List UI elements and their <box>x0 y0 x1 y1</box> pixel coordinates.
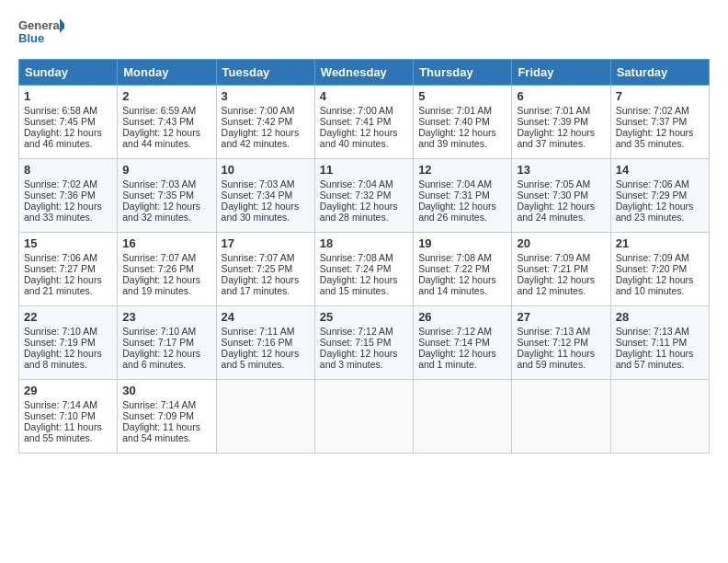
day-info: Sunrise: 7:08 AM <box>418 252 506 263</box>
day-info: Daylight: 12 hours <box>616 127 704 138</box>
day-info: Sunrise: 7:13 AM <box>616 326 704 337</box>
day-info: Sunrise: 7:10 AM <box>122 326 210 337</box>
calendar-cell: 13Sunrise: 7:05 AMSunset: 7:30 PMDayligh… <box>512 159 610 233</box>
day-info: and 12 minutes. <box>517 285 605 296</box>
day-info: Sunset: 7:29 PM <box>616 190 704 201</box>
day-info: Sunrise: 7:03 AM <box>122 178 210 190</box>
day-info: Sunset: 7:30 PM <box>517 190 605 201</box>
calendar-cell: 4Sunrise: 7:00 AMSunset: 7:41 PMDaylight… <box>314 86 413 159</box>
calendar-cell <box>216 380 314 454</box>
day-info: Daylight: 11 hours <box>24 421 112 432</box>
day-info: Daylight: 12 hours <box>517 127 605 138</box>
day-info: Sunset: 7:12 PM <box>517 337 605 348</box>
day-info: Sunset: 7:21 PM <box>517 263 605 274</box>
day-info: Daylight: 12 hours <box>222 274 310 285</box>
calendar-cell: 15Sunrise: 7:06 AMSunset: 7:27 PMDayligh… <box>19 233 118 306</box>
calendar-day-header-monday: Monday <box>118 60 216 86</box>
day-info: Sunset: 7:09 PM <box>122 410 210 421</box>
day-number: 18 <box>320 236 408 250</box>
day-info: and 21 minutes. <box>24 285 112 296</box>
day-info: Sunrise: 7:08 AM <box>320 252 408 263</box>
day-info: Daylight: 12 hours <box>222 348 310 359</box>
day-info: Sunset: 7:15 PM <box>320 337 408 348</box>
day-number: 17 <box>222 236 310 250</box>
logo: General Blue <box>18 15 64 50</box>
calendar-cell: 18Sunrise: 7:08 AMSunset: 7:24 PMDayligh… <box>314 233 413 306</box>
calendar-cell: 28Sunrise: 7:13 AMSunset: 7:11 PMDayligh… <box>610 306 709 380</box>
calendar-day-header-wednesday: Wednesday <box>314 60 413 86</box>
day-number: 1 <box>24 89 112 103</box>
day-info: Sunrise: 7:02 AM <box>24 178 112 190</box>
calendar-cell: 7Sunrise: 7:02 AMSunset: 7:37 PMDaylight… <box>610 86 709 159</box>
logo-svg: General Blue <box>18 15 64 50</box>
calendar-cell: 12Sunrise: 7:04 AMSunset: 7:31 PMDayligh… <box>414 159 512 233</box>
day-info: and 40 minutes. <box>320 138 408 149</box>
day-info: Sunrise: 6:59 AM <box>122 105 210 116</box>
day-info: Daylight: 12 hours <box>418 127 506 138</box>
day-number: 22 <box>24 310 112 324</box>
day-number: 19 <box>418 236 506 250</box>
day-info: Sunrise: 7:10 AM <box>24 326 112 337</box>
day-info: Sunrise: 7:00 AM <box>222 105 310 116</box>
day-info: Daylight: 12 hours <box>517 274 605 285</box>
day-number: 8 <box>24 163 112 177</box>
day-info: Daylight: 12 hours <box>517 201 605 212</box>
day-info: Daylight: 12 hours <box>122 127 210 138</box>
calendar-cell: 1Sunrise: 6:58 AMSunset: 7:45 PMDaylight… <box>19 86 118 159</box>
calendar-cell: 29Sunrise: 7:14 AMSunset: 7:10 PMDayligh… <box>19 380 118 454</box>
day-info: and 44 minutes. <box>122 138 210 149</box>
day-info: Sunset: 7:31 PM <box>418 190 506 201</box>
day-info: and 19 minutes. <box>122 285 210 296</box>
calendar-cell <box>414 380 512 454</box>
day-info: and 32 minutes. <box>122 212 210 223</box>
day-info: Sunrise: 7:05 AM <box>517 178 605 190</box>
calendar-cell: 25Sunrise: 7:12 AMSunset: 7:15 PMDayligh… <box>314 306 413 380</box>
day-number: 24 <box>222 310 310 324</box>
day-info: Sunrise: 7:03 AM <box>222 178 310 190</box>
svg-text:Blue: Blue <box>18 31 44 45</box>
calendar-cell: 27Sunrise: 7:13 AMSunset: 7:12 PMDayligh… <box>512 306 610 380</box>
day-info: Daylight: 12 hours <box>24 274 112 285</box>
day-number: 5 <box>418 89 506 103</box>
day-number: 14 <box>616 163 704 177</box>
day-info: and 5 minutes. <box>222 359 310 370</box>
day-info: Daylight: 12 hours <box>122 348 210 359</box>
day-info: Daylight: 12 hours <box>616 274 704 285</box>
day-info: Daylight: 12 hours <box>418 201 506 212</box>
day-info: Sunrise: 7:12 AM <box>320 326 408 337</box>
calendar-cell: 20Sunrise: 7:09 AMSunset: 7:21 PMDayligh… <box>512 233 610 306</box>
day-info: Daylight: 12 hours <box>222 127 310 138</box>
day-info: Sunset: 7:16 PM <box>222 337 310 348</box>
day-info: Sunset: 7:25 PM <box>222 263 310 274</box>
calendar-week-4: 22Sunrise: 7:10 AMSunset: 7:19 PMDayligh… <box>19 306 710 380</box>
day-info: and 3 minutes. <box>320 359 408 370</box>
day-info: and 42 minutes. <box>222 138 310 149</box>
day-number: 29 <box>24 384 112 397</box>
calendar-week-2: 8Sunrise: 7:02 AMSunset: 7:36 PMDaylight… <box>19 159 710 233</box>
day-info: and 57 minutes. <box>616 359 704 370</box>
calendar-cell: 17Sunrise: 7:07 AMSunset: 7:25 PMDayligh… <box>216 233 314 306</box>
day-info: Sunrise: 7:09 AM <box>517 252 605 263</box>
calendar-cell: 8Sunrise: 7:02 AMSunset: 7:36 PMDaylight… <box>19 159 118 233</box>
day-number: 11 <box>320 163 408 177</box>
calendar-cell: 19Sunrise: 7:08 AMSunset: 7:22 PMDayligh… <box>414 233 512 306</box>
day-info: Sunset: 7:43 PM <box>122 116 210 127</box>
day-info: Sunset: 7:41 PM <box>320 116 408 127</box>
day-number: 6 <box>517 89 605 103</box>
day-info: Daylight: 12 hours <box>418 274 506 285</box>
day-info: Sunset: 7:19 PM <box>24 337 112 348</box>
day-number: 25 <box>320 310 408 324</box>
day-info: Daylight: 12 hours <box>122 201 210 212</box>
day-info: Daylight: 12 hours <box>122 274 210 285</box>
calendar-week-5: 29Sunrise: 7:14 AMSunset: 7:10 PMDayligh… <box>19 380 710 454</box>
day-info: Sunset: 7:37 PM <box>616 116 704 127</box>
day-info: Daylight: 12 hours <box>24 348 112 359</box>
day-info: Sunrise: 6:58 AM <box>24 105 112 116</box>
day-info: Daylight: 12 hours <box>24 127 112 138</box>
day-info: Sunset: 7:26 PM <box>122 263 210 274</box>
calendar-cell: 6Sunrise: 7:01 AMSunset: 7:39 PMDaylight… <box>512 86 610 159</box>
day-info: and 10 minutes. <box>616 285 704 296</box>
day-info: Sunset: 7:24 PM <box>320 263 408 274</box>
page-header: General Blue <box>18 15 710 50</box>
day-number: 30 <box>122 384 210 397</box>
